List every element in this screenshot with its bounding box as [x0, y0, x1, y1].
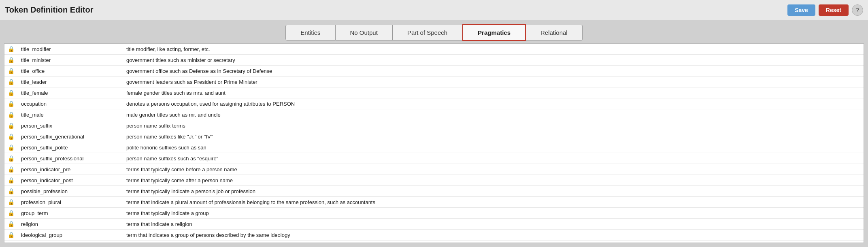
lock-icon: 🔒	[4, 98, 18, 109]
lock-icon: 🔒	[4, 208, 18, 219]
lock-icon: 🔒	[4, 120, 18, 131]
page-title: Token Definition Editor	[5, 5, 787, 15]
lock-icon: 🔒	[4, 241, 18, 243]
reset-button[interactable]: Reset	[819, 4, 849, 16]
table-row[interactable]: 🔒possible_professionterms that typically…	[4, 186, 864, 197]
lock-icon: 🔒	[4, 219, 18, 230]
tab-pragmatics[interactable]: Pragmatics	[462, 24, 526, 41]
table-row[interactable]: 🔒group_termterms that typically indicate…	[4, 208, 864, 219]
lock-icon: 🔒	[4, 87, 18, 98]
token-name: profession_plural	[18, 197, 123, 208]
table-scroll[interactable]: 🔒title_modifiertitle modifier, like acti…	[4, 44, 864, 243]
tab-relational[interactable]: Relational	[526, 25, 583, 40]
table-row[interactable]: 🔒title_modifiertitle modifier, like acti…	[4, 44, 864, 55]
token-name: person_suffix_generational	[18, 131, 123, 142]
token-description: terms that typically come after a person…	[123, 175, 864, 186]
token-name: title_modifier	[18, 44, 123, 55]
main-content: 🔒title_modifiertitle modifier, like acti…	[4, 43, 864, 243]
token-description: government office such as Defense as in …	[123, 66, 864, 77]
data-table: 🔒title_modifiertitle modifier, like acti…	[4, 44, 864, 243]
lock-icon: 🔒	[4, 197, 18, 208]
token-description: person name suffixes such as "esquire"	[123, 153, 864, 164]
table-row[interactable]: 🔒title_ministergovernment titles such as…	[4, 55, 864, 66]
token-name: person_suffix_professional	[18, 153, 123, 164]
help-button[interactable]: ?	[852, 4, 863, 16]
token-description: government titles such as minister or se…	[123, 55, 864, 66]
lock-icon: 🔒	[4, 142, 18, 153]
lock-icon: 🔒	[4, 66, 18, 77]
tab-part-of-speech[interactable]: Part of Speech	[393, 25, 462, 40]
token-description: denotes a persons occupation, used for a…	[123, 98, 864, 109]
token-name: title_office	[18, 66, 123, 77]
tab-no-output[interactable]: No Output	[336, 25, 393, 40]
table-row[interactable]: 🔒title_leadergovernment leaders such as …	[4, 77, 864, 87]
token-name: religion	[18, 219, 123, 230]
header: Token Definition Editor Save Reset ?	[0, 0, 868, 20]
table-row[interactable]: 🔒person_suffix_politepolite honoric suff…	[4, 142, 864, 153]
token-name: title_leader	[18, 77, 123, 87]
lock-icon: 🔒	[4, 186, 18, 197]
table-row[interactable]: 🔒religionterms that indicate a religion	[4, 219, 864, 230]
table-row[interactable]: 🔒profession_pluralterms that indicate a …	[4, 197, 864, 208]
save-button[interactable]: Save	[787, 4, 815, 16]
token-name: ideological_group	[18, 230, 123, 241]
token-name: possible_profession	[18, 186, 123, 197]
token-name: title_female	[18, 87, 123, 98]
table-row[interactable]: 🔒person_suffixperson name suffix terms	[4, 120, 864, 131]
lock-icon: 🔒	[4, 109, 18, 120]
token-name: title_male	[18, 109, 123, 120]
token-description: female gender titles such as mrs. and au…	[123, 87, 864, 98]
token-description: terms that indicate a plural amount of p…	[123, 197, 864, 208]
lock-icon: 🔒	[4, 175, 18, 186]
token-description: title modifier, like acting, former, etc…	[123, 44, 864, 55]
lock-icon: 🔒	[4, 44, 18, 55]
app-container: Token Definition Editor Save Reset ? Ent…	[0, 0, 868, 247]
token-name: group_term	[18, 208, 123, 219]
token-description: person name suffixes like "Jr." or "IV"	[123, 131, 864, 142]
table-row[interactable]: 🔒person_indicator_postterms that typical…	[4, 175, 864, 186]
table-row[interactable]: 🔒person_indicator_preterms that typicall…	[4, 164, 864, 175]
table-row[interactable]: 🔒title_malemale gender titles such as mr…	[4, 109, 864, 120]
lock-icon: 🔒	[4, 77, 18, 87]
table-row[interactable]: 🔒person_suffix_generationalperson name s…	[4, 131, 864, 142]
token-description: terms that typically indicate a person's…	[123, 186, 864, 197]
token-description: terms that typically indicate a group	[123, 208, 864, 219]
lock-icon: 🔒	[4, 164, 18, 175]
lock-icon: 🔒	[4, 153, 18, 164]
token-description: polite honoric suffixes such as san	[123, 142, 864, 153]
token-name: person_indicator_post	[18, 175, 123, 186]
token-name: person_indicator_pre	[18, 164, 123, 175]
token-description: person name suffix terms	[123, 120, 864, 131]
token-description: government leaders such as President or …	[123, 77, 864, 87]
table-row[interactable]: 🔒occupationdenotes a persons occupation,…	[4, 98, 864, 109]
table-row[interactable]: 🔒person_suffix_professionalperson name s…	[4, 153, 864, 164]
lock-icon: 🔒	[4, 55, 18, 66]
token-description: term that indicates a group of persons d…	[123, 230, 864, 241]
tabs-bar: Entities No Output Part of Speech Pragma…	[0, 20, 868, 41]
token-description: male gender titles such as mr. and uncle	[123, 109, 864, 120]
token-name: title_minister	[18, 55, 123, 66]
header-buttons: Save Reset ?	[787, 4, 863, 16]
token-description: term that describes the ethnic origin of…	[123, 241, 864, 243]
table-row[interactable]: 🔒ideological_groupterm that indicates a …	[4, 230, 864, 241]
table-row[interactable]: 🔒title_femalefemale gender titles such a…	[4, 87, 864, 98]
table-row[interactable]: 🔒ethnicityterm that describes the ethnic…	[4, 241, 864, 243]
lock-icon: 🔒	[4, 131, 18, 142]
token-name: person_suffix	[18, 120, 123, 131]
token-name: occupation	[18, 98, 123, 109]
token-description: terms that indicate a religion	[123, 219, 864, 230]
tab-entities[interactable]: Entities	[285, 25, 335, 40]
token-name: ethnicity	[18, 241, 123, 243]
token-description: terms that typically come before a perso…	[123, 164, 864, 175]
table-row[interactable]: 🔒title_officegovernment office such as D…	[4, 66, 864, 77]
lock-icon: 🔒	[4, 230, 18, 241]
token-name: person_suffix_polite	[18, 142, 123, 153]
